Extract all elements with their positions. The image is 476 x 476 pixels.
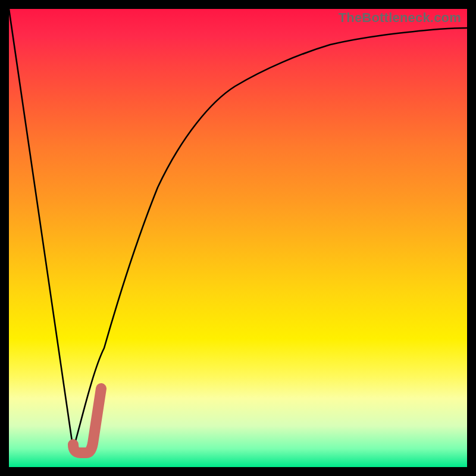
left-descent-line (9, 9, 73, 449)
chart-frame: TheBottleneck.com (0, 0, 476, 476)
curves-svg (9, 9, 467, 467)
rise-curve (73, 28, 467, 449)
plot-area: TheBottleneck.com (9, 9, 467, 467)
